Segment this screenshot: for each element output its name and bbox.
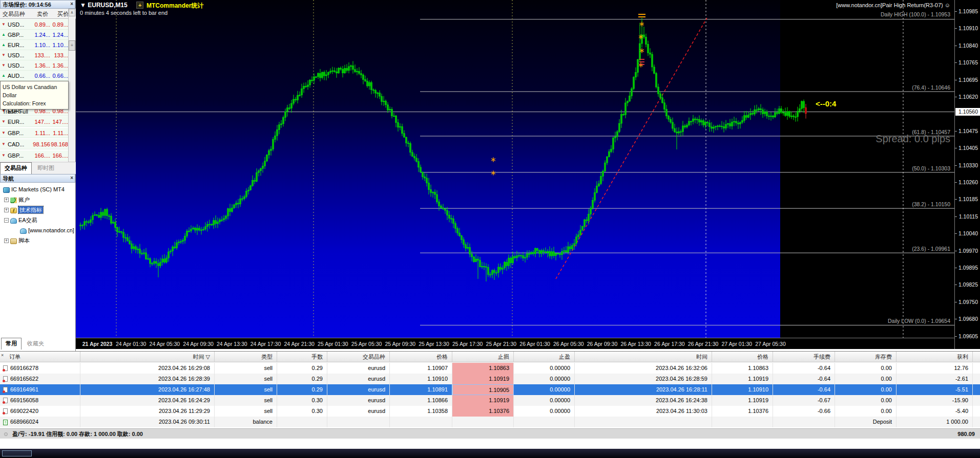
symbol-name: USD... (8, 62, 24, 69)
market-watch-scrollbar[interactable]: ∧ ≡ (68, 9, 75, 162)
market-watch-row[interactable]: ▼GBP...166....166.... (0, 150, 69, 161)
cell-open-price: 1.10907 (390, 363, 452, 374)
cell-open-price (390, 417, 452, 427)
table-row[interactable]: 6691560582023.04.26 16:24:29sell0.30euru… (0, 395, 980, 406)
scroll-thumb[interactable]: ≡ (69, 40, 75, 51)
navigator-item-脚本[interactable]: +脚本 (0, 235, 75, 246)
tab-symbols[interactable]: 交易品种 (0, 162, 32, 174)
navigator-titlebar[interactable]: 导航 × (0, 174, 75, 183)
expand-icon[interactable]: + (4, 198, 9, 202)
market-watch-row[interactable]: ▲AUD...0.66...0.66... (0, 71, 69, 81)
symbol-name: AUD... (8, 73, 24, 79)
navigator-root[interactable]: IC Markets (SC) MT4 (0, 184, 75, 194)
column-header[interactable]: 类型 (215, 352, 277, 362)
navigator-item-账户[interactable]: +账户 (0, 194, 75, 205)
table-row[interactable]: 6691656222023.04.26 16:28:39sell0.29euru… (0, 374, 980, 384)
ask-value: 0.89... (51, 21, 68, 28)
fib-level-label: (76.4) - 1.10646 (912, 84, 950, 91)
bar-countdown-label: 0 minutes 4 seconds left to bar end (80, 10, 168, 16)
navigator-item-wwwnotandorcn[interactable]: [www.notandor.cn] (0, 225, 75, 235)
cell-close-price: 1.10919 (712, 395, 773, 406)
column-header[interactable]: 订单 (0, 352, 80, 362)
table-row[interactable]: ↑6689660242023.04.26 09:30:11balanceDepo… (0, 417, 980, 427)
cell-type: sell (215, 395, 277, 406)
price-tick: 1.09895 (955, 265, 980, 271)
market-watch-row[interactable]: ▲GBP...1.24...1.24... (0, 30, 69, 40)
navigator-item-EA交易[interactable]: −EA交易 (0, 215, 75, 225)
tooltip-line: Calculation: Forex (3, 99, 66, 107)
market-watch-row[interactable]: ▼EUR...147....147.... (0, 117, 69, 127)
time-tick: 24 Apr 09:30 (183, 341, 214, 347)
column-header[interactable]: 手续费 (773, 352, 835, 362)
column-header[interactable]: 止损 (452, 352, 514, 362)
arrow-down-icon: ▼ (2, 119, 6, 124)
time-tick: 26 Apr 01:30 (519, 341, 550, 347)
column-header[interactable]: 库存费 (835, 352, 896, 362)
expand-icon[interactable]: − (4, 218, 9, 223)
column-header[interactable]: 交易品种 (327, 352, 390, 362)
close-icon[interactable]: × (70, 1, 73, 7)
column-header[interactable]: 止盈 (514, 352, 575, 362)
mt4-window: 市场报价: 09:14:56 × 交易品种 卖价 买价 ▼USD...0.89.… (0, 0, 980, 458)
column-header[interactable]: 价格 (712, 352, 773, 362)
market-watch-row[interactable]: ▼USD...0.89...0.89... (0, 19, 69, 30)
ask-value: 1.10... (51, 42, 68, 48)
expert-icon (10, 218, 17, 224)
cell-swap: 0.00 (835, 384, 896, 395)
taskbar-button[interactable] (2, 450, 32, 456)
expand-icon[interactable]: + (4, 208, 9, 212)
scroll-up-icon[interactable]: ∧ (69, 9, 75, 16)
cell-symbol: eurusd (327, 406, 390, 417)
close-icon[interactable]: × (1, 353, 4, 358)
close-icon[interactable]: × (70, 175, 73, 181)
cell-open-price: 1.10891 (390, 384, 452, 395)
column-header[interactable]: 价格 (390, 352, 452, 362)
time-tick: 26 Apr 13:30 (620, 341, 651, 347)
tab-favorites[interactable]: 收藏夹 (23, 338, 48, 350)
time-axis[interactable]: 21 Apr 202324 Apr 01:3024 Apr 05:3024 Ap… (76, 338, 954, 349)
market-watch-row[interactable]: ▼USD...133....133... (0, 50, 69, 60)
navigator-item-技术指标[interactable]: +f技术指标 (0, 205, 75, 215)
market-watch-row[interactable]: ▼USD...1.36...1.36... (0, 60, 69, 71)
column-header[interactable]: 获利 (896, 352, 973, 362)
column-header[interactable]: 手数 (277, 352, 327, 362)
ask-value: 1.36... (51, 62, 68, 69)
market-watch-row[interactable]: ▼CAD...98.15698.168 (0, 139, 69, 149)
time-tick: 26 Apr 09:30 (587, 341, 618, 347)
expand-icon[interactable]: + (4, 238, 9, 243)
table-row[interactable]: 6691649612023.04.26 16:27:48sell0.29euru… (0, 384, 980, 395)
cell-symbol: eurusd (327, 395, 390, 406)
time-tick: 24 Apr 05:30 (150, 341, 180, 347)
symbol-name: GBP... (8, 130, 24, 136)
cell-sl: 1.10919 (452, 374, 514, 384)
cell-symbol: eurusd (327, 384, 390, 395)
candlestick-chart[interactable] (76, 0, 954, 338)
cell-lots (277, 417, 327, 427)
market-watch-titlebar[interactable]: 市场报价: 09:14:56 × (0, 0, 75, 9)
table-row[interactable]: 6690224202023.04.26 11:29:29sell0.30euru… (0, 406, 980, 417)
column-header[interactable]: 时间 (575, 352, 712, 362)
table-row[interactable]: 6691662782023.04.26 16:29:08sell0.29euru… (0, 363, 980, 374)
cell-open-time: 2023.04.26 16:24:29 (80, 395, 215, 406)
market-watch-row[interactable]: ▲EUR...1.10...1.10... (0, 40, 69, 50)
symbol-name: EUR... (8, 42, 24, 48)
price-tick: 1.10620 (955, 94, 980, 100)
chart-plot-area[interactable]: ▼ EURUSD,M15 + MTCommander统计 0 minutes 4… (76, 0, 954, 338)
price-axis[interactable]: 1.109851.109101.108401.107651.106951.106… (954, 0, 980, 349)
cell-profit: 1 000.00 (896, 417, 973, 427)
chart-window: ▼ EURUSD,M15 + MTCommander统计 0 minutes 4… (76, 0, 980, 349)
cell-type: sell (215, 384, 277, 395)
time-tick: 26 Apr 05:30 (553, 341, 584, 347)
cell-open-time: 2023.04.26 16:27:48 (80, 384, 215, 395)
indicator-watermark: [www.notandor.cn]Pair High Return(R3-07)… (836, 2, 950, 8)
cell-sl: 1.10905 (452, 384, 514, 395)
cell-profit: -5.51 (896, 384, 973, 395)
cell-profit: -15.90 (896, 395, 973, 406)
add-indicator-button[interactable]: + (136, 2, 143, 9)
tab-tick-chart[interactable]: 即时图 (33, 163, 58, 174)
bid-value: 1.36... (27, 62, 50, 69)
ask-value: 147.... (51, 119, 68, 125)
column-header[interactable]: 时间 ▽ (80, 352, 215, 362)
tab-common[interactable]: 常用 (1, 338, 22, 350)
market-watch-row[interactable]: ▼GBP...1.11...1.11... (0, 128, 69, 138)
